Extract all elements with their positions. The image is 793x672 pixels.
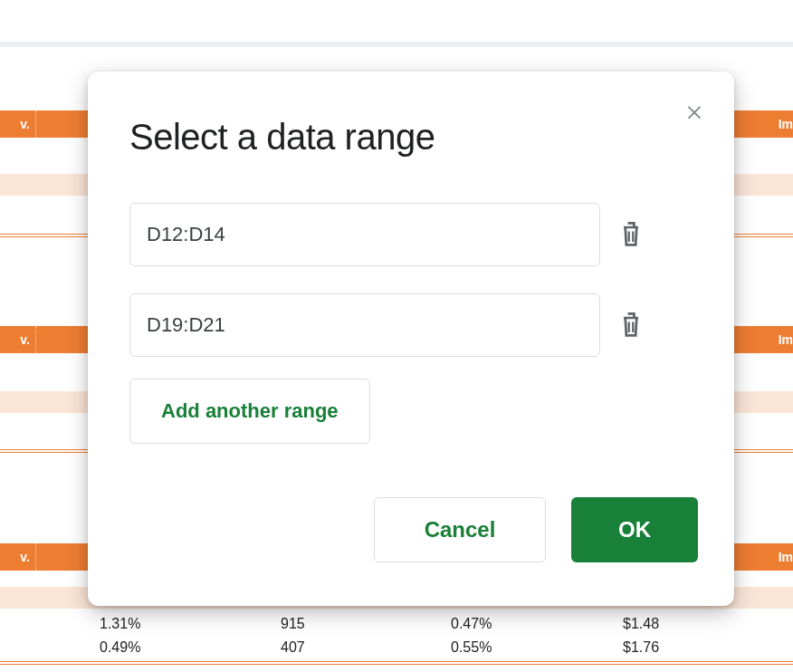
close-button[interactable] <box>680 97 709 126</box>
top-divider <box>0 42 793 47</box>
delete-range-button-2[interactable] <box>616 309 645 341</box>
header-fragment-right: Im <box>771 543 793 571</box>
cell: 0.55% <box>451 639 492 656</box>
header-fragment-right: Im <box>771 110 793 138</box>
header-fragment-right: Im <box>771 326 793 353</box>
header-fragment-left: v. <box>0 543 36 571</box>
trash-icon <box>618 220 644 249</box>
dialog-title: Select a data range <box>129 117 693 158</box>
ok-button[interactable]: OK <box>571 497 698 562</box>
dialog-footer: Cancel OK <box>374 497 698 562</box>
cell: 915 <box>281 616 305 632</box>
select-data-range-dialog: Select a data range Add another range Ca… <box>88 72 734 606</box>
add-another-range-button[interactable]: Add another range <box>129 379 370 444</box>
range-input-1[interactable] <box>129 203 600 266</box>
cell: 0.49% <box>100 639 140 656</box>
delete-range-button-1[interactable] <box>616 218 645 251</box>
range-input-2[interactable] <box>129 293 600 357</box>
table-row: 0.49% 407 0.55% $1.76 <box>0 638 793 659</box>
double-rule-3 <box>0 661 793 665</box>
cell: 1.31% <box>100 616 140 632</box>
close-icon <box>684 101 704 121</box>
cell: 0.47% <box>451 616 492 632</box>
table-row: 1.31% 915 0.47% $1.48 <box>0 614 793 636</box>
cell: $1.76 <box>623 639 659 656</box>
cancel-button[interactable]: Cancel <box>374 497 546 562</box>
range-row-1 <box>129 203 693 266</box>
cell: $1.48 <box>623 616 659 632</box>
range-row-2 <box>129 293 693 357</box>
trash-icon <box>618 311 644 340</box>
header-fragment-left: v. <box>0 326 36 353</box>
header-fragment-left: v. <box>0 110 36 138</box>
cell: 407 <box>281 639 305 656</box>
